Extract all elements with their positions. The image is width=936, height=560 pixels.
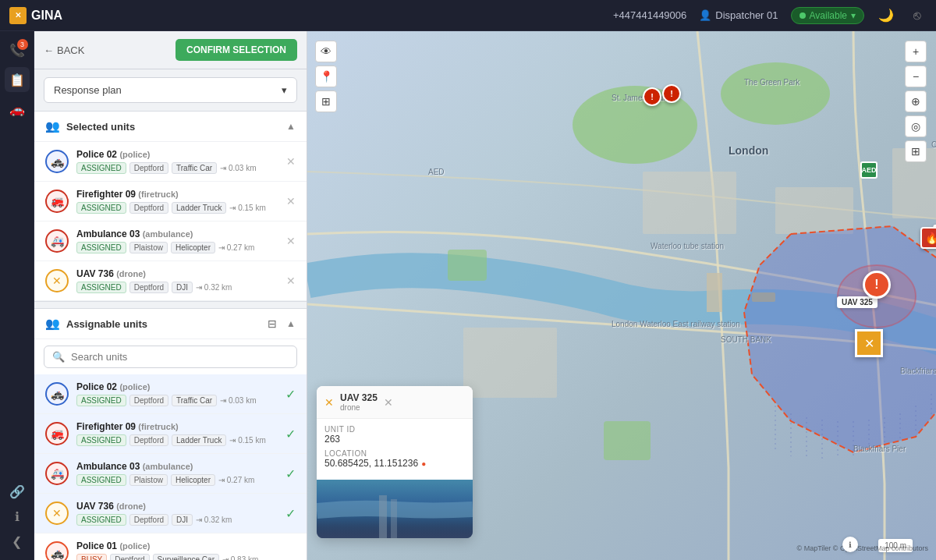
drone-icon: ✕ bbox=[45, 502, 69, 525]
tag-location: Deptford bbox=[129, 395, 168, 406]
alert-marker-2[interactable]: ! bbox=[662, 84, 681, 103]
incident-marker[interactable]: ! bbox=[863, 271, 891, 299]
location-dot-icon: ● bbox=[421, 459, 426, 468]
zoom-out-button[interactable]: − bbox=[905, 66, 927, 87]
selected-unit-amb03[interactable]: 🚑 Ambulance 03 (ambulance) ASSIGNED Plai… bbox=[34, 222, 307, 261]
unit-name: UAV 736 (drone) bbox=[76, 501, 278, 512]
link-icon-btn[interactable]: 🔗 bbox=[5, 479, 30, 504]
search-input[interactable] bbox=[71, 351, 289, 363]
map-attribution: © MapTiler © OpenStreetMap contributors bbox=[797, 544, 929, 552]
assignable-police01[interactable]: 🚓 Police 01 (police) BUSY Deptford Surve… bbox=[34, 533, 307, 560]
incident-icon: ! bbox=[863, 271, 891, 299]
pin-button[interactable]: 📍 bbox=[315, 66, 337, 87]
drone-icon: ✕ bbox=[45, 269, 69, 292]
police-icon: 🚓 bbox=[45, 150, 69, 173]
app-name: GINA bbox=[31, 9, 62, 23]
popup-title-area: UAV 325 drone bbox=[340, 392, 378, 412]
layers-left-button[interactable]: ⊞ bbox=[315, 90, 337, 112]
info-icon-btn[interactable]: ℹ bbox=[5, 504, 30, 529]
remove-button[interactable]: ✕ bbox=[286, 155, 296, 168]
unit-name: Ambulance 03 (ambulance) bbox=[76, 229, 278, 239]
phone-icon-btn[interactable]: 📞 3 bbox=[5, 37, 30, 62]
tag-assigned: ASSIGNED bbox=[76, 514, 126, 526]
tag-location: Deptford bbox=[129, 162, 168, 174]
tag-assigned: ASSIGNED bbox=[76, 395, 126, 406]
assignable-units-header: 👥 Assignable units ⊟ ▲ bbox=[34, 309, 307, 339]
selected-units-header: 👥 Selected units ▲ bbox=[34, 112, 307, 142]
assignable-amb03[interactable]: 🚑 Ambulance 03 (ambulance) ASSIGNED Plai… bbox=[34, 454, 307, 494]
unit-dist: ⇥ 0.83 km bbox=[222, 555, 258, 560]
selected-unit-uav736[interactable]: ✕ UAV 736 (drone) ASSIGNED Deptford DJI … bbox=[34, 261, 307, 301]
assignable-uav736[interactable]: ✕ UAV 736 (drone) ASSIGNED Deptford DJI … bbox=[34, 494, 307, 533]
unit-tags: ASSIGNED Deptford Traffic Car ⇥ 0.03 km bbox=[76, 162, 278, 174]
uav325-marker[interactable]: ✕ bbox=[855, 329, 883, 357]
selected-units-collapse[interactable]: ▲ bbox=[286, 121, 296, 132]
icon-sidebar: 📞 3 📋 🚗 🔗 ℹ ❮ bbox=[0, 31, 34, 560]
theme-toggle-icon[interactable]: 🌙 bbox=[877, 8, 895, 23]
notification-badge: 3 bbox=[17, 39, 28, 50]
unit-tags: ASSIGNED Plaistow Helicopter ⇥ 0.27 km bbox=[76, 242, 278, 253]
ff09-map-marker[interactable]: 🔥 bbox=[920, 227, 936, 249]
svg-point-1 bbox=[721, 62, 830, 125]
unit-info-uav736: UAV 736 (drone) ASSIGNED Deptford DJI ⇥ … bbox=[76, 268, 278, 293]
dispatcher-person-icon: 👤 bbox=[699, 9, 711, 21]
map-background: London SOUTH BANK St. James's Park The G… bbox=[307, 31, 936, 560]
back-button[interactable]: ← BACK bbox=[44, 44, 84, 56]
remove-button[interactable]: ✕ bbox=[286, 195, 296, 207]
ambulance-icon: 🚑 bbox=[45, 229, 69, 253]
unit-name: Police 01 (police) bbox=[76, 541, 296, 551]
svg-rect-28 bbox=[391, 499, 397, 538]
status-label: Available bbox=[810, 10, 847, 21]
popup-close-button[interactable]: ✕ bbox=[384, 396, 393, 409]
dispatcher-name: Dispatcher 01 bbox=[715, 9, 778, 21]
popup-unit-title: UAV 325 bbox=[340, 392, 378, 403]
tag-location: Plaistow bbox=[129, 474, 168, 486]
ambulance-icon: 🚑 bbox=[45, 462, 69, 485]
logout-icon[interactable]: ⎋ bbox=[908, 9, 927, 23]
layers-button[interactable]: ⊞ bbox=[905, 140, 927, 162]
main-layout: 📞 3 📋 🚗 🔗 ℹ ❮ ← BACK CONFIRM SELECTION R… bbox=[0, 31, 936, 560]
eye-button[interactable]: 👁 bbox=[315, 41, 337, 62]
sidebar-bottom: 🔗 ℹ ❮ bbox=[5, 479, 30, 554]
map-area[interactable]: London SOUTH BANK St. James's Park The G… bbox=[307, 31, 936, 560]
unit-info: Police 02 (police) ASSIGNED Deptford Tra… bbox=[76, 381, 278, 406]
tag-vehicle: Helicopter bbox=[171, 242, 215, 253]
tag-location: Plaistow bbox=[129, 242, 168, 253]
locate-button[interactable]: ◎ bbox=[905, 115, 927, 137]
logo-icon: ✕ bbox=[9, 7, 27, 24]
selected-unit-police02[interactable]: 🚓 Police 02 (police) ASSIGNED Deptford T… bbox=[34, 142, 307, 182]
plan-selector[interactable]: Response plan ▾ bbox=[44, 77, 297, 103]
status-badge[interactable]: Available ▾ bbox=[791, 7, 864, 24]
filter-icon[interactable]: ⊟ bbox=[268, 317, 277, 330]
tag-location: Deptford bbox=[129, 514, 168, 526]
units-icon-btn[interactable]: 🚗 bbox=[5, 97, 30, 122]
assignable-collapse[interactable]: ▲ bbox=[286, 318, 296, 329]
assignable-ff09[interactable]: 🚒 Firefighter 09 (firetruck) ASSIGNED De… bbox=[34, 414, 307, 454]
zoom-in-button[interactable]: + bbox=[905, 41, 927, 62]
collapse-sidebar-btn[interactable]: ❮ bbox=[5, 529, 30, 554]
unit-dist: ⇥ 0.15 km bbox=[229, 204, 265, 212]
map-controls-left: 👁 📍 ⊞ bbox=[315, 41, 337, 112]
tag-vehicle: Traffic Car bbox=[172, 162, 217, 174]
popup-header: ✕ UAV 325 drone ✕ bbox=[317, 386, 473, 419]
dispatch-icon-btn[interactable]: 📋 bbox=[5, 67, 30, 92]
assignable-police02[interactable]: 🚓 Police 02 (police) ASSIGNED Deptford T… bbox=[34, 374, 307, 414]
tag-assigned: ASSIGNED bbox=[76, 474, 126, 486]
remove-button[interactable]: ✕ bbox=[286, 235, 296, 247]
unit-info-amb03: Ambulance 03 (ambulance) ASSIGNED Plaist… bbox=[76, 229, 278, 253]
selected-unit-ff09[interactable]: 🚒 Firefighter 09 (firetruck) ASSIGNED De… bbox=[34, 182, 307, 222]
location-field: Location 50.685425, 11.151236 ● bbox=[324, 449, 465, 469]
compass-button[interactable]: ⊕ bbox=[905, 90, 927, 112]
remove-button[interactable]: ✕ bbox=[286, 275, 296, 287]
tag-busy: BUSY bbox=[76, 554, 107, 560]
alert-marker-1[interactable]: ! bbox=[643, 87, 661, 106]
unit-tags: ASSIGNED Deptford DJI ⇥ 0.32 km bbox=[76, 514, 278, 526]
map-info-button[interactable]: ℹ bbox=[842, 537, 858, 552]
panel-scroll[interactable]: 👥 Selected units ▲ 🚓 Police 02 (police) … bbox=[34, 111, 307, 560]
svg-rect-2 bbox=[448, 250, 487, 281]
confirm-selection-button[interactable]: CONFIRM SELECTION bbox=[176, 39, 297, 61]
aed-marker[interactable]: AED bbox=[860, 161, 878, 179]
selected-units-title: Selected units bbox=[66, 121, 280, 133]
unit-name: Police 02 (police) bbox=[76, 149, 278, 160]
unit-tags: ASSIGNED Deptford DJI ⇥ 0.32 km bbox=[76, 282, 278, 293]
